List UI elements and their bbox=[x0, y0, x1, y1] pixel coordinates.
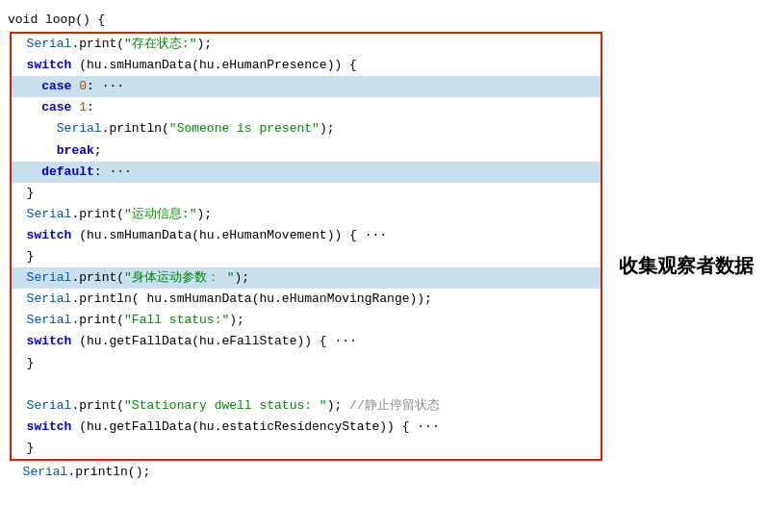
code-line-2: switch (hu.smHumanData(hu.eHumanPresence… bbox=[12, 55, 601, 76]
code-line-14: Serial.print("Fall status:"); bbox=[12, 310, 601, 331]
code-line-3: case 0: ··· bbox=[12, 76, 601, 97]
line-before-1: void loop() { bbox=[8, 10, 606, 31]
code-line-1: Serial.print("存在状态:"); bbox=[12, 34, 601, 55]
code-fn: Serial bbox=[27, 37, 72, 51]
code-area: void loop() { Serial.print("存在状态:"); swi… bbox=[0, 6, 614, 526]
code-line-20: } bbox=[12, 438, 601, 459]
code-line-8: } bbox=[12, 183, 601, 204]
code-line-12: Serial.print("身体运动参数： "); bbox=[12, 267, 601, 289]
line-after-1: Serial.println(); bbox=[8, 462, 606, 483]
code-line-5: Serial.println("Someone is present"); bbox=[12, 118, 601, 139]
code-line-7: default: ··· bbox=[12, 162, 601, 183]
bordered-code-section: Serial.print("存在状态:"); switch (hu.smHuma… bbox=[10, 32, 602, 461]
keyword-switch: switch bbox=[27, 58, 72, 72]
code-line-18: Serial.print("Stationary dwell status: "… bbox=[12, 395, 601, 417]
sidebar-label: 收集观察者数据 bbox=[614, 6, 768, 526]
code-line-6: break; bbox=[12, 140, 601, 162]
sidebar-label-text: 收集观察者数据 bbox=[619, 253, 754, 279]
code-line-17 bbox=[12, 374, 601, 395]
code-line-15: switch (hu.getFallData(hu.eFallState)) {… bbox=[12, 331, 601, 352]
code-line-13: Serial.println( hu.smHumanData(hu.eHuman… bbox=[12, 289, 601, 310]
code-line-10: switch (hu.smHumanData(hu.eHumanMovement… bbox=[12, 225, 601, 246]
code-line-16: } bbox=[12, 353, 601, 374]
code-container: void loop() { Serial.print("存在状态:"); swi… bbox=[0, 0, 768, 532]
code-line-4: case 1: bbox=[12, 97, 601, 118]
code-line-9: Serial.print("运动信息:"); bbox=[12, 204, 601, 225]
code-line-11: } bbox=[12, 246, 601, 267]
code-line-19: switch (hu.getFallData(hu.estaticResiden… bbox=[12, 417, 601, 438]
code-text: void loop() { bbox=[8, 13, 105, 27]
